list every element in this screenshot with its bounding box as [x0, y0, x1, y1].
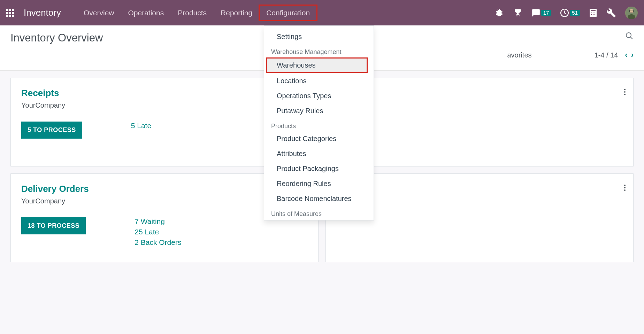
nav-overview[interactable]: Overview	[77, 5, 121, 21]
card-menu-icon[interactable]	[624, 184, 626, 192]
svg-point-16	[626, 33, 631, 38]
bug-icon[interactable]	[495, 8, 504, 17]
svg-point-1	[518, 15, 518, 16]
svg-point-7	[593, 12, 594, 13]
dd-locations[interactable]: Locations	[264, 73, 374, 88]
svg-point-8	[595, 12, 596, 13]
nav-reporting[interactable]: Reporting	[214, 5, 259, 21]
apps-menu-icon[interactable]	[6, 9, 14, 17]
svg-point-10	[593, 14, 594, 15]
phone-icon[interactable]	[513, 8, 522, 17]
favorites-partial-label[interactable]: avorites	[507, 51, 531, 59]
svg-point-13	[629, 9, 634, 13]
messages-badge: 17	[541, 10, 551, 16]
pager-next-icon[interactable]: ›	[631, 51, 634, 60]
dd-settings[interactable]: Settings	[264, 29, 374, 44]
svg-point-0	[516, 15, 516, 16]
process-button[interactable]: 18 TO PROCESS	[21, 217, 86, 234]
dd-product-packagings[interactable]: Product Packagings	[264, 161, 374, 176]
pager-prev-icon[interactable]: ‹	[625, 51, 627, 60]
top-navbar: Inventory Overview Operations Products R…	[0, 0, 644, 25]
dd-header-products: Products	[264, 118, 374, 131]
page-title: Inventory Overview	[10, 32, 103, 44]
dd-barcode-nomenclatures[interactable]: Barcode Nomenclatures	[264, 191, 374, 206]
dd-header-warehouse: Warehouse Management	[264, 44, 374, 57]
svg-point-6	[591, 12, 592, 13]
nav-products[interactable]: Products	[171, 5, 214, 21]
nav-configuration[interactable]: Configuration	[259, 5, 317, 21]
dd-product-categories[interactable]: Product Categories	[264, 131, 374, 146]
stat-late[interactable]: 25 Late	[135, 228, 181, 236]
configuration-dropdown: Settings Warehouse Management Warehouses…	[264, 25, 374, 220]
dd-reordering-rules[interactable]: Reordering Rules	[264, 176, 374, 191]
svg-rect-5	[591, 10, 596, 11]
dd-header-uom: Units of Measures	[264, 206, 374, 219]
messages-icon[interactable]: 17	[531, 8, 551, 17]
dd-putaway-rules[interactable]: Putaway Rules	[264, 103, 374, 118]
dd-warehouses[interactable]: Warehouses	[266, 58, 367, 73]
dd-attributes[interactable]: Attributes	[264, 146, 374, 161]
card-menu-icon[interactable]	[624, 88, 626, 96]
process-button[interactable]: 5 TO PROCESS	[21, 122, 82, 139]
tools-icon[interactable]	[606, 8, 616, 18]
stat-waiting[interactable]: 7 Waiting	[135, 217, 181, 226]
search-icon[interactable]	[625, 32, 634, 40]
nav-links: Overview Operations Products Reporting C…	[77, 5, 317, 21]
svg-point-11	[595, 14, 596, 15]
dd-operations-types[interactable]: Operations Types	[264, 88, 374, 103]
activities-icon[interactable]: 51	[560, 8, 580, 17]
calculator-icon[interactable]	[589, 8, 597, 18]
user-avatar[interactable]	[625, 7, 638, 19]
app-brand[interactable]: Inventory	[24, 7, 61, 18]
stat-late[interactable]: 5 Late	[131, 122, 151, 130]
nav-right: 17 51	[495, 7, 638, 19]
activities-badge: 51	[570, 10, 580, 16]
svg-point-9	[591, 14, 592, 15]
pager-text: 1-4 / 14	[595, 51, 618, 59]
nav-operations[interactable]: Operations	[121, 5, 171, 21]
stat-backorders[interactable]: 2 Back Orders	[135, 238, 181, 247]
svg-point-2	[519, 15, 520, 16]
